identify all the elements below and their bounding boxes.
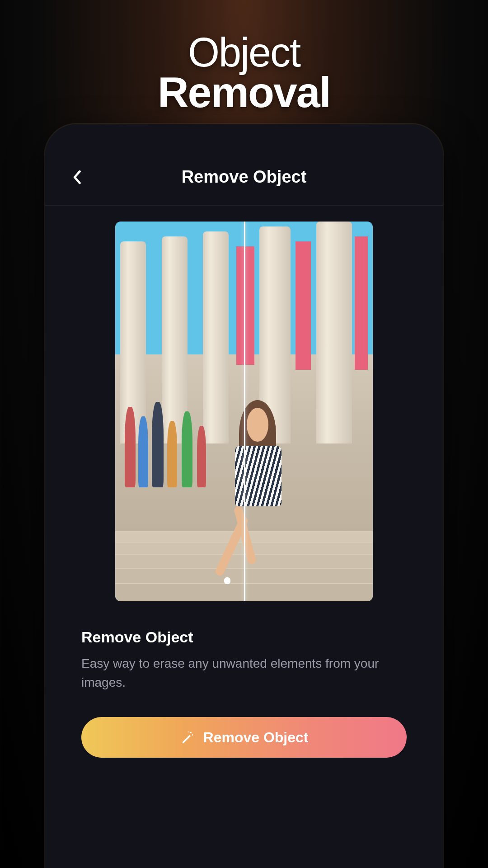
remove-object-button[interactable]: Remove Object [81,717,407,758]
image-compare-preview[interactable] [115,222,373,601]
svg-point-2 [188,731,188,732]
hero-title: Object Removal [0,0,488,117]
app-header: Remove Object [45,149,443,206]
info-description: Easy way to erase any unwanted elements … [81,654,407,692]
preview-main-subject [223,392,300,582]
svg-point-1 [192,734,193,736]
magic-wand-icon [180,730,194,745]
preview-background-people [120,392,211,487]
info-title: Remove Object [81,628,407,646]
phone-screen: Remove Object [45,124,443,868]
content-area: Remove Object Easy way to erase any unwa… [45,206,443,758]
screen-title: Remove Object [68,167,420,187]
back-button[interactable] [68,168,86,186]
chevron-left-icon [72,170,81,184]
phone-frame: Remove Object [45,124,443,868]
info-section: Remove Object Easy way to erase any unwa… [81,601,407,692]
svg-point-0 [190,732,191,733]
action-button-label: Remove Object [203,729,309,746]
hero-title-line2: Removal [0,68,488,117]
compare-slider-divider[interactable] [244,222,245,601]
